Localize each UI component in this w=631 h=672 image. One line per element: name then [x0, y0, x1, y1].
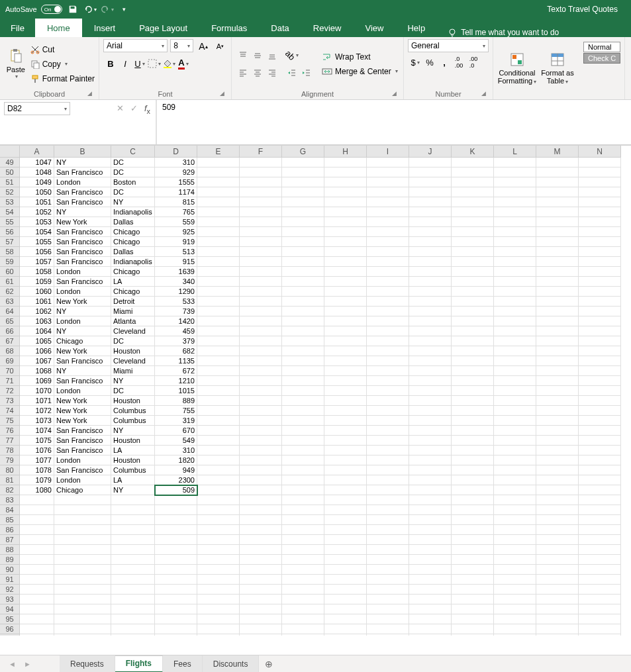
cell[interactable]	[579, 356, 621, 366]
cell[interactable]	[409, 356, 452, 366]
cell[interactable]: 1080	[20, 485, 54, 495]
cell[interactable]	[452, 237, 494, 247]
cell[interactable]	[494, 634, 536, 636]
cell[interactable]	[282, 307, 324, 316]
column-header[interactable]: F	[240, 146, 282, 158]
format-as-table-button[interactable]: Format asTable▾	[540, 39, 575, 97]
increase-font-icon[interactable]: A▴	[196, 39, 210, 54]
cell[interactable]	[536, 237, 579, 247]
cell[interactable]: San Francisco	[54, 247, 111, 257]
cell[interactable]	[324, 356, 367, 366]
cell[interactable]	[494, 287, 536, 297]
cell[interactable]	[197, 604, 240, 614]
row-header[interactable]: 59	[0, 257, 20, 267]
cell[interactable]	[409, 197, 452, 207]
cell[interactable]: 1290	[155, 287, 197, 297]
cell[interactable]	[282, 535, 324, 545]
cell[interactable]: 925	[155, 227, 197, 237]
row-header[interactable]: 56	[0, 227, 20, 237]
cell[interactable]	[494, 356, 536, 366]
cell[interactable]	[536, 456, 579, 465]
cell[interactable]: 1077	[20, 456, 54, 465]
cell[interactable]	[579, 416, 621, 426]
cell[interactable]	[155, 604, 197, 614]
row-header[interactable]: 73	[0, 396, 20, 406]
cell[interactable]	[452, 326, 494, 336]
cell[interactable]	[197, 555, 240, 565]
tab-view[interactable]: View	[353, 19, 395, 37]
cell[interactable]	[452, 595, 494, 604]
cell[interactable]	[452, 316, 494, 326]
cell[interactable]	[324, 297, 367, 307]
row-header[interactable]: 61	[0, 277, 20, 287]
cell[interactable]	[197, 386, 240, 396]
cell[interactable]	[324, 177, 367, 187]
cell[interactable]: 739	[155, 307, 197, 316]
cell[interactable]	[367, 426, 409, 436]
cell[interactable]	[240, 217, 282, 227]
cell[interactable]	[367, 366, 409, 376]
cell[interactable]: San Francisco	[54, 237, 111, 247]
cell[interactable]	[155, 614, 197, 624]
cell[interactable]: San Francisco	[54, 197, 111, 207]
cell[interactable]	[282, 614, 324, 624]
cell[interactable]	[579, 446, 621, 456]
cell[interactable]	[282, 376, 324, 386]
cell[interactable]	[240, 436, 282, 446]
cell[interactable]	[579, 336, 621, 346]
dialog-launcher-icon[interactable]: ◢	[479, 90, 487, 98]
cell[interactable]: 1820	[155, 456, 197, 465]
tell-me-search[interactable]: Tell me what you want to do	[437, 28, 559, 37]
cell[interactable]	[282, 287, 324, 297]
cell[interactable]: 1072	[20, 406, 54, 416]
cell[interactable]	[282, 158, 324, 168]
cell[interactable]: NY	[111, 426, 155, 436]
cell[interactable]	[20, 575, 54, 585]
cell[interactable]	[240, 416, 282, 426]
cell[interactable]	[240, 287, 282, 297]
cell[interactable]	[579, 505, 621, 515]
cell[interactable]	[409, 237, 452, 247]
orientation-icon[interactable]: ab▾	[285, 48, 299, 63]
cell[interactable]	[452, 416, 494, 426]
cell[interactable]	[197, 227, 240, 237]
cell[interactable]	[452, 336, 494, 346]
cell[interactable]	[367, 287, 409, 297]
cell[interactable]: 1059	[20, 277, 54, 287]
cell[interactable]	[197, 505, 240, 515]
cell[interactable]	[579, 187, 621, 197]
cell[interactable]	[452, 475, 494, 485]
cell[interactable]: LA	[111, 277, 155, 287]
cell[interactable]	[409, 207, 452, 217]
cell[interactable]: Detroit	[111, 297, 155, 307]
cell[interactable]	[240, 446, 282, 456]
cell[interactable]	[324, 604, 367, 614]
cell[interactable]	[20, 535, 54, 545]
cell[interactable]	[536, 525, 579, 535]
cell[interactable]: 682	[155, 346, 197, 356]
cell[interactable]	[536, 187, 579, 197]
cell[interactable]	[367, 326, 409, 336]
cell[interactable]: 1058	[20, 267, 54, 277]
row-header[interactable]: 85	[0, 515, 20, 525]
cell[interactable]	[155, 495, 197, 505]
cell[interactable]	[155, 545, 197, 555]
cell[interactable]	[409, 217, 452, 227]
cell[interactable]	[282, 575, 324, 585]
cell[interactable]	[324, 465, 367, 475]
cell[interactable]	[240, 465, 282, 475]
cell[interactable]	[197, 515, 240, 525]
cell[interactable]: San Francisco	[54, 356, 111, 366]
cell[interactable]: 379	[155, 336, 197, 346]
cell[interactable]	[240, 386, 282, 396]
cell[interactable]	[494, 376, 536, 386]
cell[interactable]: 1060	[20, 287, 54, 297]
cell[interactable]	[240, 634, 282, 636]
cell[interactable]	[536, 158, 579, 168]
font-name-combo[interactable]: Arial▾	[103, 39, 168, 52]
cell[interactable]	[494, 217, 536, 227]
cell[interactable]	[494, 168, 536, 177]
cell[interactable]	[367, 356, 409, 366]
cell[interactable]	[409, 366, 452, 376]
cell[interactable]	[282, 634, 324, 636]
